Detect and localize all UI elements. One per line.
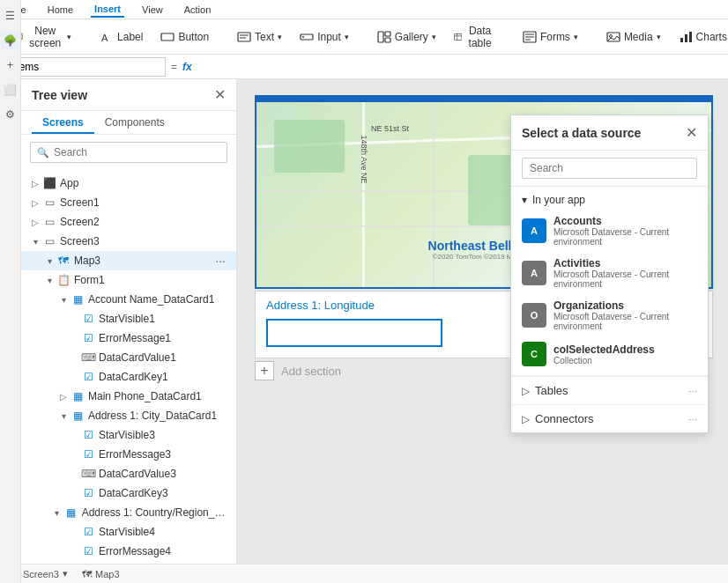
text-button[interactable]: Text ▾ <box>230 26 289 48</box>
tree-content: ▷ ⬛ App ▷ ▭ Screen1 ▷ ▭ Screen2 ▾ <box>21 170 236 564</box>
tree-item-starvisible4[interactable]: ☑ StarVisible4 <box>21 522 236 542</box>
tree-label-sv4: StarVisible4 <box>99 526 155 538</box>
tree-item-errormessage3[interactable]: ☑ ErrorMessage3 <box>21 445 236 464</box>
svg-rect-13 <box>454 33 461 40</box>
tree-item-form1[interactable]: ▾ 📋 Form1 <box>21 270 236 290</box>
formula-input[interactable] <box>197 61 721 73</box>
ds-connectors-more[interactable]: ··· <box>688 413 697 425</box>
tree-item-datacardkey1[interactable]: ☑ DataCardKey1 <box>21 367 236 387</box>
toggle-address-country: ▾ <box>50 506 64 520</box>
screen3-icon: ▭ <box>42 234 56 248</box>
formula-fx-icon[interactable]: fx <box>182 61 192 73</box>
ds-item-col-selected-address[interactable]: C colSelectedAddress Collection <box>511 336 708 372</box>
ds-item-activities[interactable]: A Activities Microsoft Dataverse - Curre… <box>511 252 708 294</box>
forms-button[interactable]: Forms ▾ <box>516 26 585 48</box>
menu-bar: File Home Insert View Action <box>0 0 728 19</box>
toggle-app: ▷ <box>28 176 42 190</box>
tree-item-errormessage4[interactable]: ☑ ErrorMessage4 <box>21 542 236 561</box>
ds-item-accounts-name: Accounts <box>553 215 697 227</box>
tree-item-screen1[interactable]: ▷ ▭ Screen1 <box>21 193 236 212</box>
tree-item-screen2[interactable]: ▷ ▭ Screen2 <box>21 212 236 232</box>
ds-title: Select a data source <box>522 126 641 140</box>
ds-item-accounts-icon: A <box>522 218 546 243</box>
ds-expandable-tables[interactable]: ▷ Tables ··· <box>511 376 708 404</box>
main-layout: ☰ 🌳 + ⬜ ⚙ Tree view ✕ Screens Components… <box>0 79 728 564</box>
tree-label-em3: ErrorMessage3 <box>99 448 171 461</box>
tree-item-app[interactable]: ▷ ⬛ App <box>21 173 236 193</box>
svg-rect-23 <box>685 34 687 42</box>
data-table-button[interactable]: Data table <box>447 21 501 53</box>
ds-item-organizations[interactable]: O Organizations Microsoft Dataverse - Cu… <box>511 294 708 336</box>
settings-icon[interactable]: ⚙ <box>2 106 19 123</box>
formula-dropdown[interactable] <box>7 57 166 77</box>
ds-search-input[interactable] <box>522 158 697 179</box>
ds-item-col-icon: C <box>522 342 546 366</box>
hamburger-icon[interactable]: ☰ <box>2 7 19 25</box>
charts-button[interactable]: Charts ▾ <box>672 26 728 48</box>
tree-label-screen1: Screen1 <box>60 196 100 209</box>
form-input-field[interactable] <box>266 319 442 347</box>
svg-rect-5 <box>238 33 250 41</box>
tree-item-starvisible1[interactable]: ☑ StarVisible1 <box>21 309 236 328</box>
tree-label-account-name: Account Name_DataCard1 <box>88 293 214 306</box>
bottom-screen-label: Screen3 <box>23 569 59 579</box>
component-icon: 🗺 <box>82 569 92 579</box>
ds-item-accounts[interactable]: A Accounts Microsoft Dataverse - Current… <box>511 210 708 252</box>
menu-action[interactable]: Action <box>181 3 215 17</box>
tab-screens[interactable]: Screens <box>32 111 94 134</box>
canvas-area[interactable]: NE 51st St 148th Ave NE NE 28th St NE 24… <box>237 79 728 564</box>
ds-item-activities-icon: A <box>522 261 546 285</box>
tree-item-datacardvalue3[interactable]: ⌨ DataCardValue3 <box>21 464 236 483</box>
bottom-component-label: Map3 <box>95 569 120 579</box>
toggle-screen1: ▷ <box>28 196 42 210</box>
menu-view[interactable]: View <box>138 3 167 17</box>
ds-item-col-sub: Collection <box>553 356 655 365</box>
tree-item-address-country-datacard[interactable]: ▾ ▦ Address 1: Country/Region_DataCar... <box>21 503 236 522</box>
plus-icon[interactable]: + <box>2 56 19 74</box>
sv4-icon: ☑ <box>81 525 95 539</box>
sidebar-close-button[interactable]: ✕ <box>214 86 226 103</box>
tree-item-address-city-datacard1[interactable]: ▾ ▦ Address 1: City_DataCard1 <box>21 406 236 425</box>
ds-section-header-in-app[interactable]: ▾ In your app <box>511 190 708 210</box>
media-button[interactable]: Media ▾ <box>599 26 668 48</box>
tree-item-datacardkey3[interactable]: ☑ DataCardKey3 <box>21 483 236 503</box>
add-section-row[interactable]: + Add section <box>255 361 341 380</box>
tree-icon[interactable]: 🌳 <box>2 32 19 49</box>
toggle-form1: ▾ <box>42 273 56 287</box>
tree-item-map3[interactable]: ▾ 🗺 Map3 ··· <box>21 251 236 270</box>
ds-tables-more[interactable]: ··· <box>688 385 697 397</box>
sidebar-search: 🔍 <box>21 135 236 170</box>
ds-item-organizations-icon: O <box>522 303 546 328</box>
tree-item-starvisible3[interactable]: ☑ StarVisible3 <box>21 425 236 445</box>
ds-expandable-connectors[interactable]: ▷ Connectors ··· <box>511 404 708 432</box>
search-input[interactable] <box>30 142 227 163</box>
bottom-component[interactable]: 🗺 Map3 <box>82 569 120 579</box>
menu-insert[interactable]: Insert <box>91 2 124 18</box>
tree-label-em4: ErrorMessage4 <box>99 545 171 557</box>
tree-item-screen3[interactable]: ▾ ▭ Screen3 <box>21 232 236 251</box>
tree-item-account-name-datacard1[interactable]: ▾ ▦ Account Name_DataCard1 <box>21 290 236 309</box>
data-source-panel: Select a data source ✕ ▾ In your app A A… <box>510 114 709 433</box>
mainphone-icon: ▦ <box>71 389 85 403</box>
map3-more[interactable]: ··· <box>212 254 229 268</box>
button-button[interactable]: Button <box>153 26 216 48</box>
input-button[interactable]: Input ▾ <box>293 26 356 48</box>
menu-home[interactable]: Home <box>44 3 77 17</box>
svg-rect-4 <box>161 33 174 41</box>
svg-point-21 <box>609 34 612 37</box>
tree-item-mainphone-datacard1[interactable]: ▷ ▦ Main Phone_DataCard1 <box>21 387 236 406</box>
tab-components[interactable]: Components <box>94 111 175 134</box>
form1-icon: 📋 <box>56 273 71 287</box>
gallery-button[interactable]: Gallery ▾ <box>370 26 443 48</box>
tree-item-errormessage1[interactable]: ☑ ErrorMessage1 <box>21 328 236 348</box>
tree-item-datacardvalue1[interactable]: ⌨ DataCardValue1 <box>21 348 236 367</box>
green-area-1 <box>274 120 345 173</box>
ds-close-button[interactable]: ✕ <box>686 124 697 141</box>
add-section-plus[interactable]: + <box>255 361 274 380</box>
toggle-screen2: ▷ <box>28 215 42 229</box>
sv1-icon: ☑ <box>81 312 95 326</box>
ds-item-col-name: colSelectedAddress <box>553 343 655 356</box>
sv3-icon: ☑ <box>81 428 95 442</box>
label-button[interactable]: A Label <box>93 26 150 48</box>
layers-icon[interactable]: ⬜ <box>2 81 19 99</box>
